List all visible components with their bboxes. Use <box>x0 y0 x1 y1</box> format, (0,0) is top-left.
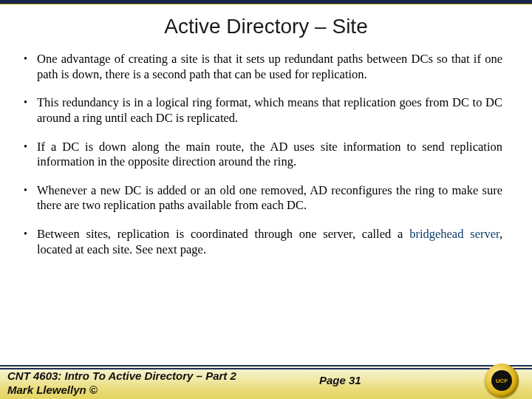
bullet-dot: • <box>24 183 37 198</box>
bullet-dot: • <box>24 227 37 242</box>
bullet-item: • Between sites, replication is coordina… <box>24 227 502 257</box>
footer-author: Mark Llewellyn © <box>7 383 98 396</box>
bullet-list: • One advantage of creating a site is th… <box>24 52 502 257</box>
footer-course: CNT 4603: Intro To Active Directory – Pa… <box>7 369 236 382</box>
bullet-text: Whenever a new DC is added or an old one… <box>37 183 502 214</box>
footer-course-author: CNT 4603: Intro To Active Directory – Pa… <box>7 369 236 398</box>
bullet-dot: • <box>24 95 37 110</box>
bullet-text: If a DC is down along the main route, th… <box>37 140 502 170</box>
footer: CNT 4603: Intro To Active Directory – Pa… <box>0 365 532 399</box>
bullet-item: • Whenever a new DC is added or an old o… <box>24 183 502 214</box>
bullet-text: This redundancy is in a logical ring for… <box>37 95 502 126</box>
ucf-logo-icon: UCF <box>485 364 519 398</box>
bullet-dot: • <box>24 52 37 66</box>
bullet-dot: • <box>24 140 37 154</box>
bullet-item: • If a DC is down along the main route, … <box>24 140 502 170</box>
bullet-text: One advantage of creating a site is that… <box>37 52 502 82</box>
bullet-item: • One advantage of creating a site is th… <box>24 52 502 82</box>
bullet-item: • This redundancy is in a logical ring f… <box>24 95 502 126</box>
footer-page: Page 31 <box>319 374 361 386</box>
top-border <box>0 0 532 4</box>
slide-title: Active Directory – Site <box>0 15 532 38</box>
footer-bar: CNT 4603: Intro To Active Directory – Pa… <box>0 365 532 399</box>
bullet-text: Between sites, replication is coordinate… <box>37 227 502 257</box>
slide-content: • One advantage of creating a site is th… <box>0 52 532 257</box>
